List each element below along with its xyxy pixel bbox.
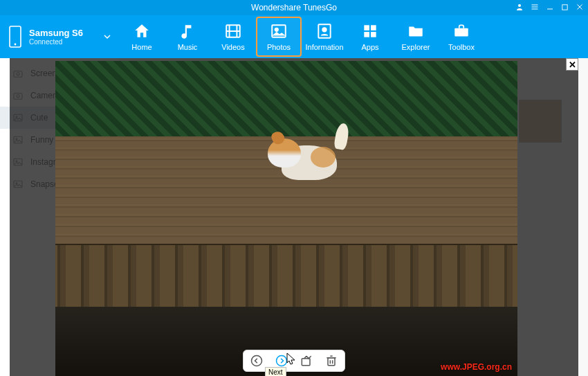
- close-viewer-button[interactable]: ✕: [566, 58, 578, 71]
- tab-label: Photos: [267, 43, 291, 51]
- home-icon: [133, 22, 151, 40]
- svg-rect-37: [302, 359, 310, 366]
- tab-explorer[interactable]: Explorer: [393, 17, 439, 57]
- viewer-toolbar: [243, 350, 345, 372]
- nav-tabs: Home Music Videos Photos Information App…: [119, 15, 484, 58]
- window-controls: [515, 0, 584, 15]
- menu-icon[interactable]: [531, 3, 539, 12]
- apps-icon: [361, 22, 379, 40]
- contacts-icon: [315, 22, 333, 40]
- svg-rect-19: [371, 25, 376, 30]
- svg-rect-20: [364, 32, 369, 37]
- photo-preview: www.JPEG.org.cn: [55, 61, 517, 376]
- briefcase-icon: [452, 22, 470, 40]
- device-text: Samsung S6 Connected: [29, 28, 97, 46]
- share-button[interactable]: [299, 353, 314, 368]
- device-name: Samsung S6: [29, 28, 97, 38]
- svg-rect-5: [562, 4, 567, 9]
- main-header: Samsung S6 Connected Home Music Videos P…: [0, 15, 588, 58]
- tab-videos[interactable]: Videos: [210, 17, 256, 57]
- tab-photos[interactable]: Photos: [256, 17, 302, 57]
- trash-icon: [324, 354, 338, 368]
- device-status: Connected: [29, 38, 97, 46]
- watermark: www.JPEG.org.cn: [441, 362, 512, 372]
- tooltip: Next: [265, 367, 286, 376]
- arrow-right-icon: [275, 354, 288, 368]
- next-button[interactable]: [274, 353, 289, 368]
- tab-label: Home: [131, 43, 151, 51]
- svg-rect-38: [328, 358, 335, 366]
- device-selector[interactable]: Samsung S6 Connected: [0, 15, 119, 58]
- tab-apps[interactable]: Apps: [347, 17, 393, 57]
- photo-viewer-overlay: ✕ www.JPEG.org.cn Next: [10, 58, 578, 376]
- svg-point-17: [322, 28, 326, 31]
- delete-button[interactable]: [324, 353, 339, 368]
- chevron-down-icon: [104, 33, 111, 40]
- close-button[interactable]: [576, 3, 584, 12]
- svg-point-36: [277, 356, 287, 366]
- folder-icon: [407, 22, 425, 40]
- prev-button[interactable]: [249, 353, 264, 368]
- svg-point-35: [252, 356, 262, 366]
- svg-point-15: [275, 28, 278, 31]
- tab-label: Videos: [221, 43, 244, 51]
- photo-subject: [268, 118, 351, 194]
- svg-point-0: [518, 4, 521, 7]
- music-icon: [178, 22, 196, 40]
- tab-label: Toolbox: [448, 43, 475, 51]
- film-icon: [224, 22, 242, 40]
- tab-toolbox[interactable]: Toolbox: [439, 17, 484, 57]
- share-icon: [300, 354, 313, 368]
- tab-label: Music: [178, 43, 198, 51]
- tab-home[interactable]: Home: [119, 17, 165, 57]
- tab-music[interactable]: Music: [165, 17, 210, 57]
- app-title: Wondershare TunesGo: [251, 3, 337, 12]
- phone-icon: [8, 26, 22, 48]
- tab-label: Apps: [361, 43, 378, 51]
- close-icon: ✕: [569, 60, 576, 70]
- tab-label: Information: [305, 43, 343, 51]
- picture-icon: [270, 22, 288, 40]
- arrow-left-icon: [250, 354, 264, 368]
- svg-rect-22: [454, 28, 468, 37]
- tab-information[interactable]: Information: [302, 17, 347, 57]
- svg-rect-21: [371, 32, 376, 37]
- maximize-button[interactable]: [561, 3, 569, 12]
- minimize-button[interactable]: [546, 3, 554, 12]
- tab-label: Explorer: [402, 43, 430, 51]
- user-icon[interactable]: [515, 3, 524, 12]
- svg-rect-18: [364, 25, 369, 30]
- titlebar: Wondershare TunesGo: [0, 0, 588, 15]
- svg-point-9: [15, 44, 17, 46]
